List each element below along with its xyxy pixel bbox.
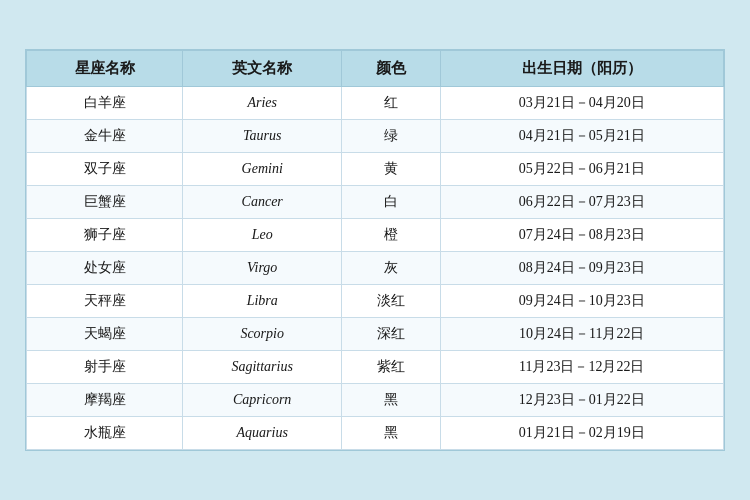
cell-color: 紫红 (342, 351, 440, 384)
table-row: 巨蟹座Cancer白06月22日－07月23日 (27, 186, 724, 219)
table-row: 白羊座Aries红03月21日－04月20日 (27, 87, 724, 120)
cell-english-name: Leo (183, 219, 342, 252)
cell-birth-dates: 08月24日－09月23日 (440, 252, 723, 285)
table-row: 天蝎座Scorpio深红10月24日－11月22日 (27, 318, 724, 351)
cell-chinese-name: 天蝎座 (27, 318, 183, 351)
cell-chinese-name: 巨蟹座 (27, 186, 183, 219)
cell-color: 深红 (342, 318, 440, 351)
cell-chinese-name: 天秤座 (27, 285, 183, 318)
table-row: 水瓶座Aquarius黑01月21日－02月19日 (27, 417, 724, 450)
cell-english-name: Scorpio (183, 318, 342, 351)
cell-chinese-name: 狮子座 (27, 219, 183, 252)
cell-birth-dates: 11月23日－12月22日 (440, 351, 723, 384)
header-chinese-name: 星座名称 (27, 51, 183, 87)
cell-birth-dates: 01月21日－02月19日 (440, 417, 723, 450)
cell-birth-dates: 03月21日－04月20日 (440, 87, 723, 120)
table-row: 天秤座Libra淡红09月24日－10月23日 (27, 285, 724, 318)
cell-birth-dates: 04月21日－05月21日 (440, 120, 723, 153)
table-row: 金牛座Taurus绿04月21日－05月21日 (27, 120, 724, 153)
cell-chinese-name: 金牛座 (27, 120, 183, 153)
cell-chinese-name: 水瓶座 (27, 417, 183, 450)
table-row: 处女座Virgo灰08月24日－09月23日 (27, 252, 724, 285)
cell-chinese-name: 摩羯座 (27, 384, 183, 417)
cell-color: 黑 (342, 384, 440, 417)
cell-english-name: Aries (183, 87, 342, 120)
cell-english-name: Capricorn (183, 384, 342, 417)
cell-color: 黄 (342, 153, 440, 186)
table-row: 双子座Gemini黄05月22日－06月21日 (27, 153, 724, 186)
table-row: 狮子座Leo橙07月24日－08月23日 (27, 219, 724, 252)
header-color: 颜色 (342, 51, 440, 87)
cell-chinese-name: 处女座 (27, 252, 183, 285)
header-birth-date: 出生日期（阳历） (440, 51, 723, 87)
cell-color: 黑 (342, 417, 440, 450)
zodiac-table: 星座名称 英文名称 颜色 出生日期（阳历） 白羊座Aries红03月21日－04… (26, 50, 724, 450)
cell-english-name: Libra (183, 285, 342, 318)
cell-birth-dates: 05月22日－06月21日 (440, 153, 723, 186)
cell-english-name: Virgo (183, 252, 342, 285)
cell-birth-dates: 07月24日－08月23日 (440, 219, 723, 252)
table-row: 射手座Sagittarius紫红11月23日－12月22日 (27, 351, 724, 384)
cell-color: 灰 (342, 252, 440, 285)
cell-chinese-name: 双子座 (27, 153, 183, 186)
cell-birth-dates: 10月24日－11月22日 (440, 318, 723, 351)
cell-birth-dates: 09月24日－10月23日 (440, 285, 723, 318)
cell-chinese-name: 白羊座 (27, 87, 183, 120)
zodiac-table-container: 星座名称 英文名称 颜色 出生日期（阳历） 白羊座Aries红03月21日－04… (25, 49, 725, 451)
cell-english-name: Cancer (183, 186, 342, 219)
cell-chinese-name: 射手座 (27, 351, 183, 384)
cell-english-name: Aquarius (183, 417, 342, 450)
table-body: 白羊座Aries红03月21日－04月20日金牛座Taurus绿04月21日－0… (27, 87, 724, 450)
cell-english-name: Gemini (183, 153, 342, 186)
cell-color: 绿 (342, 120, 440, 153)
cell-color: 橙 (342, 219, 440, 252)
cell-color: 红 (342, 87, 440, 120)
cell-english-name: Taurus (183, 120, 342, 153)
cell-english-name: Sagittarius (183, 351, 342, 384)
cell-color: 白 (342, 186, 440, 219)
table-row: 摩羯座Capricorn黑12月23日－01月22日 (27, 384, 724, 417)
cell-birth-dates: 12月23日－01月22日 (440, 384, 723, 417)
table-header-row: 星座名称 英文名称 颜色 出生日期（阳历） (27, 51, 724, 87)
cell-color: 淡红 (342, 285, 440, 318)
cell-birth-dates: 06月22日－07月23日 (440, 186, 723, 219)
header-english-name: 英文名称 (183, 51, 342, 87)
